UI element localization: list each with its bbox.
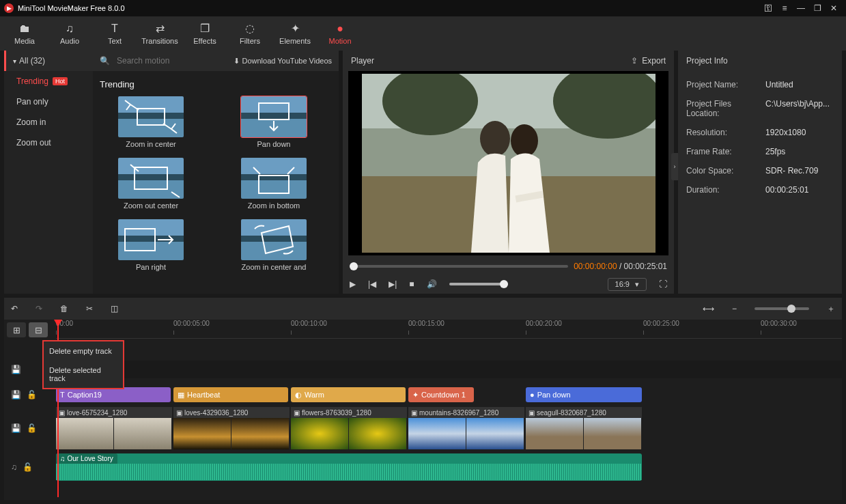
maximize-icon[interactable]: ❐ (809, 0, 826, 16)
video-clip-2[interactable]: ▣loves-4329036_1280 (173, 407, 290, 449)
clip-caption[interactable]: TCaption19 (56, 387, 171, 402)
text-icon: T (60, 391, 65, 399)
clip-warm[interactable]: ◐Warm (291, 387, 406, 402)
zoom-out-button[interactable]: − (732, 304, 737, 313)
category-zoom-in[interactable]: Zoom in (4, 112, 93, 132)
svg-rect-3 (259, 176, 289, 193)
cut-button[interactable]: ✂ (86, 304, 93, 313)
stop-button[interactable]: ■ (409, 279, 414, 289)
motion-zoom-out-center[interactable]: Zoom out center (100, 158, 202, 210)
image-icon: ▣ (59, 409, 65, 417)
duration-value: 00:00:25:01 (765, 185, 808, 195)
player-canvas[interactable] (348, 71, 668, 255)
menu-delete-empty-track[interactable]: Delete empty track (44, 341, 123, 361)
video-clip-3[interactable]: ▣flowers-8763039_1280 (291, 407, 407, 449)
main-toolbar: 🖿Media ♫Audio TText ⇄Transitions ❐Effect… (0, 16, 846, 51)
lock-icon[interactable]: 🔓 (23, 462, 33, 472)
video-clip-1[interactable]: ▣love-6575234_1280 (56, 407, 172, 449)
clip-heartbeat[interactable]: ▦Heartbeat (173, 387, 288, 402)
tab-motion[interactable]: ●Motion (320, 19, 361, 48)
folder-icon: 🖿 (19, 23, 30, 35)
tab-media[interactable]: 🖿Media (4, 19, 45, 48)
add-track-button[interactable]: ⊞ (7, 322, 26, 337)
tab-effects[interactable]: ❐Effects (184, 19, 225, 48)
tab-audio[interactable]: ♫Audio (49, 19, 90, 48)
motion-pan-right[interactable]: Pan right (100, 219, 202, 271)
title-bar: ▶ MiniTool MovieMaker Free 8.0.0 ⚿ ≡ — ❐… (0, 0, 846, 16)
delete-button[interactable]: 🗑 (60, 304, 68, 313)
app-title: MiniTool MovieMaker Free 8.0.0 (18, 4, 125, 12)
project-info-panel: › Project Info Project Name:Untitled Pro… (678, 51, 842, 294)
tab-transitions[interactable]: ⇄Transitions (139, 19, 180, 48)
minimize-icon[interactable]: — (793, 0, 809, 16)
tab-filters[interactable]: ◌Filters (229, 19, 270, 48)
audio-clip[interactable]: ♫Our Love Story (56, 453, 642, 481)
close-icon[interactable]: ✕ (826, 0, 842, 16)
category-all[interactable]: ▾All (32) (4, 51, 93, 71)
motion-zoom-in-center[interactable]: Zoom in center (100, 96, 202, 148)
transitions-icon: ⇄ (156, 22, 165, 35)
resolution-value: 1920x1080 (765, 128, 806, 137)
save-track-icon[interactable]: 💾 (11, 365, 21, 374)
volume-slider[interactable] (449, 283, 508, 285)
app-logo-icon: ▶ (4, 3, 14, 13)
video-clip-4[interactable]: ▣mountains-8326967_1280 (408, 407, 524, 449)
motion-zoom-in-center-and[interactable]: Zoom in center and (223, 219, 325, 271)
search-icon: 🔍 (100, 56, 110, 66)
crop-button[interactable]: ◫ (111, 304, 118, 313)
menu-delete-selected-track[interactable]: Delete selected track (44, 361, 123, 388)
clip-countdown[interactable]: ✦Countdown 1 (408, 387, 474, 402)
collapse-info-button[interactable]: › (671, 153, 678, 180)
motion-pan-down[interactable]: Pan down (223, 96, 325, 148)
overlay-track: 💾🔓 TCaption19 ▦Heartbeat ◐Warm ✦Countdow… (56, 387, 842, 403)
chevron-down-icon: ▾ (13, 57, 16, 65)
fullscreen-icon[interactable]: ⛶ (659, 279, 667, 289)
redo-button[interactable]: ↷ (36, 304, 42, 313)
project-name-value: Untitled (765, 80, 793, 89)
category-trending[interactable]: TrendingHot (4, 71, 93, 92)
music-icon[interactable]: ♫ (11, 462, 17, 472)
tab-elements[interactable]: ✦Elements (274, 19, 315, 48)
zoom-slider[interactable] (755, 307, 809, 310)
timeline: ⊞ ⊟ Delete empty track Delete selected t… (4, 320, 842, 500)
lock-icon[interactable]: 🔓 (27, 390, 37, 400)
music-icon: ♫ (66, 23, 74, 35)
next-frame-button[interactable]: ▶| (389, 279, 397, 289)
snap-icon[interactable]: ⟷ (703, 304, 714, 313)
save-track-icon[interactable]: 💾 (11, 423, 21, 433)
export-button[interactable]: ⇪Export (631, 56, 666, 66)
category-pan-only[interactable]: Pan only (4, 92, 93, 112)
empty-track[interactable]: 💾 (56, 361, 842, 378)
player-title: Player (351, 56, 374, 66)
motion-zoom-in-bottom[interactable]: Zoom in bottom (223, 158, 325, 210)
svg-rect-1 (259, 103, 289, 120)
timeline-toolbar: ↶ ↷ 🗑 ✂ ◫ ⟷ − ＋ (4, 298, 842, 320)
remove-track-button[interactable]: ⊟ (29, 322, 48, 337)
svg-marker-5 (262, 226, 293, 253)
play-button[interactable]: ▶ (350, 279, 356, 289)
image-icon: ▣ (411, 409, 417, 417)
text-icon: T (111, 23, 118, 35)
clip-pan-down[interactable]: ●Pan down (526, 387, 642, 402)
aspect-select[interactable]: 16:9▾ (608, 278, 647, 291)
hamburger-menu-icon[interactable]: ≡ (776, 0, 793, 16)
download-youtube-link[interactable]: ⬇Download YouTube Videos (234, 57, 333, 66)
undo-button[interactable]: ↶ (11, 304, 18, 313)
element-icon: ✦ (412, 391, 419, 400)
prev-frame-button[interactable]: |◀ (368, 279, 376, 289)
scrub-bar[interactable] (350, 265, 568, 268)
lock-icon[interactable]: 🔓 (27, 423, 37, 433)
search-input[interactable] (117, 56, 227, 66)
effects-icon: ❐ (200, 22, 210, 35)
time-ruler[interactable]: 00:00 00:00:05:00 00:00:10:00 00:00:15:0… (56, 320, 842, 339)
volume-icon[interactable]: 🔊 (427, 279, 437, 289)
tab-text[interactable]: TText (94, 19, 135, 48)
zoom-in-button[interactable]: ＋ (827, 303, 835, 315)
project-info-title: Project Info (678, 51, 842, 71)
timecode: 00:00:00:00 / 00:00:25:01 (574, 262, 667, 271)
image-icon: ▣ (528, 409, 535, 417)
video-clip-5[interactable]: ▣seagull-8320687_1280 (526, 407, 642, 449)
save-track-icon[interactable]: 💾 (11, 390, 21, 400)
key-icon[interactable]: ⚿ (760, 0, 776, 16)
category-zoom-out[interactable]: Zoom out (4, 132, 93, 153)
